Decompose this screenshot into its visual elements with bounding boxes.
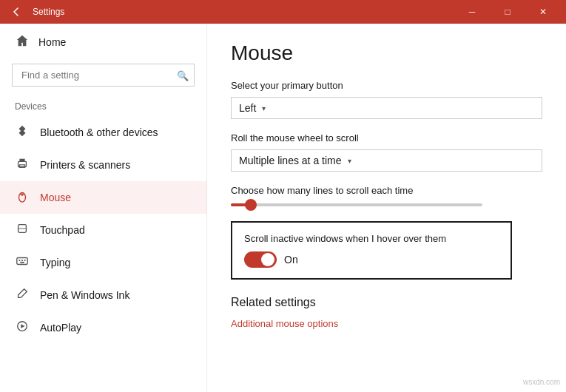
scroll-lines-slider-container	[231, 203, 542, 206]
scroll-inactive-toggle[interactable]	[244, 251, 277, 268]
title-bar: Settings ─ □ ✕	[0, 0, 566, 24]
toggle-state-label: On	[284, 254, 298, 266]
svg-rect-11	[24, 260, 26, 261]
svg-rect-9	[19, 260, 21, 261]
toggle-row: On	[244, 251, 499, 268]
back-button[interactable]	[6, 1, 27, 22]
right-panel: Mouse Select your primary button Left ▾ …	[207, 24, 566, 392]
maximize-button[interactable]: □	[491, 0, 525, 24]
sidebar-item-pen[interactable]: Pen & Windows Ink	[0, 279, 206, 311]
svg-rect-2	[19, 165, 24, 168]
sidebar-item-printers-label: Printers & scanners	[40, 159, 130, 171]
sidebar-item-autoplay[interactable]: AutoPlay	[0, 311, 206, 344]
sidebar-search: 🔍	[12, 64, 195, 87]
sidebar-item-home[interactable]: Home	[0, 24, 206, 61]
svg-rect-10	[21, 260, 23, 261]
close-button[interactable]: ✕	[526, 0, 560, 24]
svg-rect-12	[20, 262, 24, 263]
scroll-inactive-label: Scroll inactive windows when I hover ove…	[244, 233, 499, 244]
primary-button-value: Left	[239, 102, 256, 114]
page-title: Mouse	[231, 41, 542, 65]
window-controls: ─ □ ✕	[455, 0, 560, 24]
sidebar-item-mouse[interactable]: Mouse	[0, 181, 206, 214]
scroll-wheel-dropdown[interactable]: Multiple lines at a time ▾	[231, 149, 542, 172]
scroll-inactive-box: Scroll inactive windows when I hover ove…	[231, 221, 512, 280]
scroll-lines-label: Choose how many lines to scroll each tim…	[231, 185, 542, 196]
printer-icon	[15, 157, 30, 173]
sidebar-item-pen-label: Pen & Windows Ink	[40, 289, 129, 301]
search-input[interactable]	[12, 64, 195, 87]
mouse-icon	[15, 189, 30, 206]
primary-button-label: Select your primary button	[231, 80, 542, 91]
title-bar-label: Settings	[33, 7, 455, 17]
sidebar-item-typing[interactable]: Typing	[0, 246, 206, 279]
main-content: Home 🔍 Devices Bluetooth & other devices…	[0, 24, 566, 392]
home-icon	[15, 34, 30, 50]
sidebar: Home 🔍 Devices Bluetooth & other devices…	[0, 24, 207, 392]
sidebar-item-touchpad[interactable]: Touchpad	[0, 214, 206, 246]
primary-button-dropdown[interactable]: Left ▾	[231, 97, 542, 119]
related-settings-title: Related settings	[231, 296, 542, 309]
sidebar-item-bluetooth-label: Bluetooth & other devices	[40, 126, 158, 138]
chevron-down-icon: ▾	[262, 104, 266, 112]
chevron-down-icon-2: ▾	[348, 157, 351, 165]
autoplay-icon	[15, 320, 30, 336]
home-label: Home	[38, 36, 66, 48]
slider-track[interactable]	[231, 203, 482, 206]
sidebar-item-autoplay-label: AutoPlay	[40, 322, 81, 334]
scroll-wheel-value: Multiple lines at a time	[239, 155, 342, 166]
svg-rect-1	[19, 159, 24, 162]
scroll-wheel-label: Roll the mouse wheel to scroll	[231, 132, 542, 143]
bluetooth-icon	[15, 124, 30, 141]
sidebar-item-bluetooth[interactable]: Bluetooth & other devices	[0, 116, 206, 149]
svg-marker-14	[21, 324, 24, 328]
sidebar-item-touchpad-label: Touchpad	[40, 224, 85, 236]
additional-mouse-options-link[interactable]: Additional mouse options	[231, 318, 338, 329]
pen-icon	[15, 287, 30, 303]
slider-thumb[interactable]	[245, 199, 257, 211]
sidebar-item-printers[interactable]: Printers & scanners	[0, 149, 206, 181]
sidebar-item-mouse-label: Mouse	[40, 192, 71, 203]
typing-icon	[15, 254, 30, 271]
search-icon: 🔍	[177, 70, 189, 81]
sidebar-section-label: Devices	[0, 95, 206, 116]
touchpad-icon	[15, 222, 30, 238]
minimize-button[interactable]: ─	[455, 0, 489, 24]
sidebar-item-typing-label: Typing	[40, 257, 70, 268]
